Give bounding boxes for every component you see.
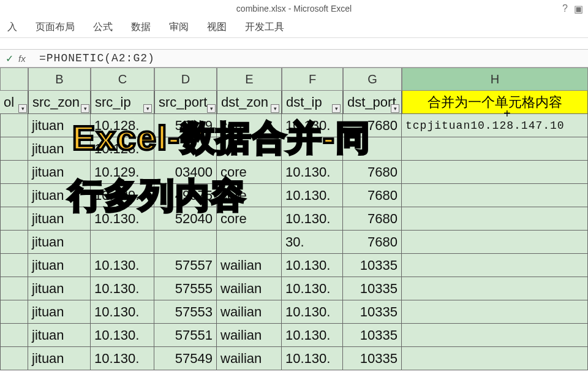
cell-C6[interactable]: 10.130. (91, 207, 154, 231)
cell-D8[interactable]: 57557 (154, 254, 217, 277)
filter-icon[interactable]: ▾ (18, 104, 27, 113)
formula-input[interactable]: =PHONETIC(A2:G2) (36, 52, 588, 64)
cell-H10[interactable] (402, 300, 588, 324)
cell-E12[interactable]: wailian (217, 347, 282, 370)
cell-C4[interactable]: 10.129. (91, 161, 154, 184)
cell-F7[interactable]: 30. (282, 231, 343, 254)
cell-G3[interactable] (343, 137, 402, 161)
cell-H3[interactable] (402, 137, 588, 161)
cell-F3[interactable] (282, 137, 343, 161)
filter-icon[interactable]: ▾ (271, 104, 279, 113)
cell-H4[interactable] (402, 161, 588, 184)
tab-0[interactable]: 入 (5, 17, 20, 37)
formula-confirm-icon[interactable]: ✓ (0, 53, 18, 64)
col-header-H[interactable]: H (402, 67, 588, 91)
col-header-B[interactable]: B (28, 67, 91, 91)
cell-B9[interactable]: jituan (28, 277, 91, 300)
cell-C12[interactable]: 10.130. (91, 347, 154, 370)
cell-H11[interactable] (402, 324, 588, 347)
cell-C11[interactable]: 10.130. (91, 324, 154, 347)
tab-4[interactable]: 审阅 (167, 17, 191, 37)
cell-G6[interactable]: 7680 (343, 207, 402, 231)
cell-D11[interactable]: 57551 (154, 324, 217, 347)
cell-G5[interactable]: 7680 (343, 184, 402, 207)
cell-A12[interactable] (0, 347, 28, 370)
cell-B5[interactable]: jituan (28, 184, 91, 207)
tab-3[interactable]: 数据 (129, 17, 153, 37)
cell-G10[interactable]: 10335 (343, 300, 402, 324)
cell-B10[interactable]: jituan (28, 300, 91, 324)
filter-icon[interactable]: ▾ (207, 104, 216, 113)
cell-F8[interactable]: 10.130. (282, 254, 343, 277)
col-header-blank[interactable] (0, 67, 28, 91)
cell-F10[interactable]: 10.130. (282, 300, 343, 324)
cell-F9[interactable]: 10.130. (282, 277, 343, 300)
col-header-G[interactable]: G (343, 67, 402, 91)
cell-B3[interactable]: jituan (28, 137, 91, 161)
cell-D6[interactable]: 52040 (154, 207, 217, 231)
cell-G2[interactable]: 7680 (343, 114, 402, 137)
cell-B2[interactable]: jituan (28, 114, 91, 137)
cell-H8[interactable] (402, 254, 588, 277)
cell-E11[interactable]: wailian (217, 324, 282, 347)
cell-H6[interactable] (402, 207, 588, 231)
filter-icon[interactable]: ▾ (391, 104, 399, 113)
cell-A3[interactable] (0, 137, 28, 161)
cell-B12[interactable]: jituan (28, 347, 91, 370)
cell-E8[interactable]: wailian (217, 254, 282, 277)
tab-6[interactable]: 开发工具 (243, 17, 287, 37)
cell-F6[interactable]: 10.130. (282, 207, 343, 231)
cell-C10[interactable]: 10.130. (91, 300, 154, 324)
cell-F2[interactable]: 10.130. (282, 114, 343, 137)
cell-E9[interactable]: wailian (217, 277, 282, 300)
cell-A7[interactable] (0, 231, 28, 254)
cell-A8[interactable] (0, 254, 28, 277)
cell-B8[interactable]: jituan (28, 254, 91, 277)
cell-H9[interactable] (402, 277, 588, 300)
cell-E10[interactable]: wailian (217, 300, 282, 324)
tab-2[interactable]: 公式 (91, 17, 115, 37)
cell-G11[interactable]: 10335 (343, 324, 402, 347)
cell-E2[interactable]: core (217, 114, 282, 137)
cell-E5[interactable]: core (217, 184, 282, 207)
filter-icon[interactable]: ▾ (332, 104, 341, 113)
cell-H2[interactable]: tcpjituan10.128.147.10 (402, 114, 588, 137)
cell-C9[interactable]: 10.130. (91, 277, 154, 300)
col-header-F[interactable]: F (282, 67, 343, 91)
cell-G9[interactable]: 10335 (343, 277, 402, 300)
col-header-D[interactable]: D (154, 67, 217, 91)
cell-D9[interactable]: 57555 (154, 277, 217, 300)
cell-D10[interactable]: 57553 (154, 300, 217, 324)
filter-icon[interactable]: ▾ (143, 104, 152, 113)
cell-A9[interactable] (0, 277, 28, 300)
cell-B11[interactable]: jituan (28, 324, 91, 347)
cell-F11[interactable]: 10.130. (282, 324, 343, 347)
cell-C2[interactable]: 10.128. (91, 114, 154, 137)
cell-F4[interactable]: 10.130. (282, 161, 343, 184)
cell-G4[interactable]: 7680 (343, 161, 402, 184)
cell-A6[interactable] (0, 207, 28, 231)
cell-E4[interactable]: core (217, 161, 282, 184)
help-icon[interactable]: ? (562, 3, 568, 15)
cell-B7[interactable]: jituan (28, 231, 91, 254)
col-header-E[interactable]: E (217, 67, 282, 91)
cell-A11[interactable] (0, 324, 28, 347)
cell-E6[interactable]: core (217, 207, 282, 231)
fx-label[interactable]: fx (18, 53, 36, 64)
cell-F5[interactable]: 10.130. (282, 184, 343, 207)
cell-C8[interactable]: 10.130. (91, 254, 154, 277)
cell-D2[interactable]: 52449 (154, 114, 217, 137)
cell-C3[interactable]: 10.128. (91, 137, 154, 161)
cell-H1[interactable]: 合并为一个单元格内容 (402, 91, 588, 114)
cell-H12[interactable] (402, 347, 588, 370)
cell-C5[interactable]: 10.129. (91, 184, 154, 207)
col-header-C[interactable]: C (91, 67, 154, 91)
cell-G7[interactable]: 7680 (343, 231, 402, 254)
tab-1[interactable]: 页面布局 (33, 17, 77, 37)
cell-D3[interactable] (154, 137, 217, 161)
cell-H7[interactable] (402, 231, 588, 254)
cell-D12[interactable]: 57549 (154, 347, 217, 370)
cell-D7[interactable] (154, 231, 217, 254)
cell-H5[interactable] (402, 184, 588, 207)
cell-C7[interactable] (91, 231, 154, 254)
